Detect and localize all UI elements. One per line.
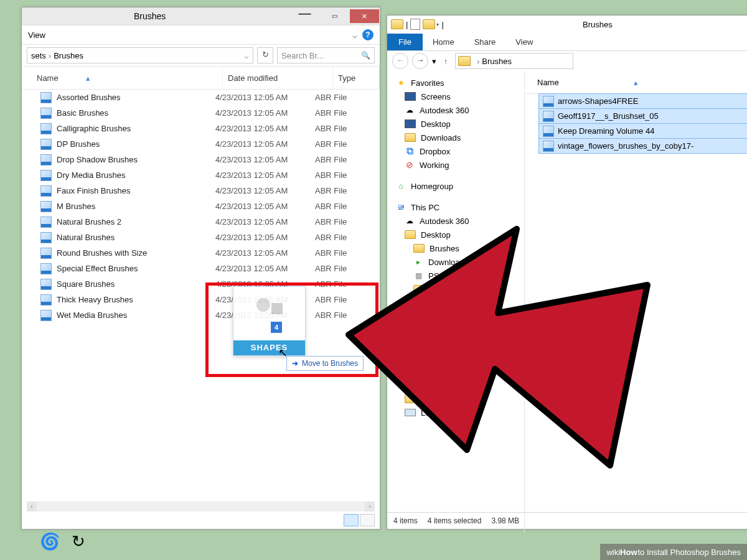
sidebar-item[interactable] — [387, 310, 524, 324]
sidebar-item-dow[interactable]: Dow... — [387, 351, 524, 365]
sidebar-item-downloads[interactable]: Downloads — [387, 131, 524, 144]
table-row[interactable]: Calligraphic Brushes4/23/2013 12:05 AMAB… — [22, 121, 380, 136]
new-file-icon[interactable] — [410, 19, 420, 30]
sidebar-item-working[interactable]: ⊘Working — [387, 158, 524, 172]
home-tab[interactable]: Home — [423, 34, 464, 50]
breadcrumb[interactable]: sets › Brushes ⌵ — [27, 47, 253, 63]
scroll-right-icon[interactable]: › — [365, 502, 375, 511]
sidebar-item[interactable] — [387, 337, 524, 351]
folder-icon — [413, 244, 425, 253]
file-type: ABR File — [315, 139, 347, 149]
titlebar[interactable]: Brushes — ▭ × — [22, 7, 380, 25]
sidebar-homegroup[interactable]: ⌂Homegroup — [387, 179, 524, 193]
file-name: Drop Shadow Brushes — [57, 155, 215, 164]
file-type: ABR File — [315, 124, 347, 133]
breadcrumb-current[interactable]: Brushes — [482, 57, 512, 66]
divider: | — [441, 20, 443, 29]
minimize-button[interactable]: — — [290, 9, 319, 23]
drag-count-badge: 4 — [270, 320, 283, 334]
scroll-left-icon[interactable]: ‹ — [27, 502, 37, 511]
file-list: arrows-Shapes4FREEGeoff1917__s_Brushset_… — [525, 93, 747, 154]
column-name[interactable]: Name▴ — [537, 78, 687, 87]
chevron-down-icon[interactable]: ▾ — [436, 22, 439, 27]
status-size: 3.98 MB — [491, 516, 519, 525]
sidebar-favorites[interactable]: ★Favorites — [387, 76, 524, 90]
view-mode-buttons — [344, 514, 375, 526]
chevron-down-icon[interactable]: ▾ — [432, 57, 436, 66]
refresh-button[interactable]: ↻ — [257, 47, 273, 63]
table-row[interactable]: DP Brushes4/23/2013 12:05 AMABR File — [22, 136, 380, 152]
column-name[interactable]: Name▴ — [22, 67, 223, 89]
file-type: ABR File — [315, 108, 347, 118]
folder-icon — [405, 353, 416, 362]
file-tab[interactable]: File — [387, 34, 423, 50]
breadcrumb-current[interactable]: Brushes — [54, 51, 83, 60]
sidebar-item-downloads[interactable]: ▸Downloads — [387, 255, 524, 269]
close-button[interactable]: × — [350, 9, 379, 23]
search-input[interactable]: Search Br... 🔍 — [277, 47, 375, 63]
table-row[interactable]: vintage_flowers_brushes_by_coby17- — [538, 138, 747, 154]
sidebar-thispc[interactable]: 🖳This PC — [387, 200, 524, 214]
table-row[interactable]: Basic Brushes4/23/2013 12:05 AMABR File — [22, 105, 380, 121]
abr-file-icon — [40, 232, 52, 243]
up-button[interactable]: ↑ — [440, 57, 451, 66]
table-row[interactable]: M Brushes4/23/2013 12:05 AMABR File — [22, 198, 380, 214]
column-date[interactable]: Date modified — [223, 67, 333, 89]
sidebar-item-desktop[interactable]: Desktop — [387, 117, 524, 131]
folder-icon — [413, 299, 425, 307]
back-button[interactable]: ← — [392, 53, 408, 69]
sidebar-item[interactable] — [387, 296, 524, 310]
breadcrumb-parent[interactable]: sets — [31, 51, 46, 60]
maximize-button[interactable]: ▭ — [320, 9, 349, 23]
table-row[interactable]: arrows-Shapes4FREE — [538, 93, 747, 109]
sidebar-item-dropbox[interactable]: ⧉Dropbox — [387, 144, 524, 158]
file-name: M Brushes — [57, 202, 215, 211]
table-row[interactable]: Round Brushes with Size4/23/2013 12:05 A… — [22, 245, 380, 261]
file-name: Keep Dreaming Volume 44 — [558, 126, 654, 136]
file-type: ABR File — [315, 170, 347, 180]
help-icon[interactable]: ? — [362, 29, 374, 40]
taskbar-app-icon[interactable]: ↻ — [66, 530, 91, 553]
table-row[interactable]: Keep Dreaming Volume 44 — [538, 123, 747, 139]
sidebar-item-pictures[interactable]: Pictures — [387, 378, 524, 392]
sidebar-item-desktop[interactable]: Desktop — [387, 228, 524, 241]
table-row[interactable]: Assorted Brushes4/23/2013 12:05 AMABR Fi… — [22, 90, 380, 105]
forward-button[interactable]: → — [412, 53, 428, 69]
file-name: Special Effect Brushes — [57, 264, 215, 273]
status-selected-count: 4 items selected — [428, 516, 482, 525]
sidebar-item-autodesk[interactable]: ☁Autodesk 360 — [387, 214, 524, 228]
search-placeholder: Search Br... — [281, 51, 324, 60]
column-type[interactable]: Type — [333, 67, 380, 89]
titlebar[interactable]: | ▾ | Brushes — [387, 16, 747, 33]
sidebar-item[interactable] — [387, 282, 524, 296]
chevron-down-icon[interactable]: ⌵ — [244, 51, 249, 60]
table-row[interactable]: Drop Shadow Brushes4/23/2013 12:05 AMABR… — [22, 152, 380, 167]
horizontal-scrollbar[interactable]: ‹ › — [27, 502, 375, 511]
sidebar-item-brushes[interactable]: Brushes — [387, 241, 524, 255]
table-row[interactable]: Special Effect Brushes4/23/2013 12:05 AM… — [22, 261, 380, 276]
details-view-button[interactable] — [344, 514, 359, 526]
table-row[interactable]: Faux Finish Brushes4/23/2013 12:05 AMABR… — [22, 183, 380, 198]
sidebar-item[interactable] — [387, 324, 524, 337]
sidebar-item-videos[interactable]: Videos — [387, 392, 524, 406]
share-tab[interactable]: Share — [464, 34, 506, 50]
abr-file-icon — [40, 217, 52, 228]
table-row[interactable]: Geoff1917__s_Brushset_05 — [538, 108, 747, 124]
view-tab[interactable]: View — [28, 30, 45, 40]
sidebar-item-localdisk[interactable]: Local Disk (C:) — [387, 406, 524, 419]
chevron-down-icon[interactable]: ⌵ — [352, 30, 357, 40]
ribbon-collapse: View ⌵ ? — [22, 25, 380, 45]
sidebar-item-autodesk[interactable]: ☁Autodesk 360 — [387, 103, 524, 117]
sidebar-item-ps[interactable]: ▦PS — [387, 269, 524, 282]
table-row[interactable]: Dry Media Brushes4/23/2013 12:05 AMABR F… — [22, 167, 380, 183]
sidebar-item-music[interactable]: Music — [387, 365, 524, 378]
view-tab[interactable]: View — [505, 34, 543, 50]
large-icons-view-button[interactable] — [360, 514, 375, 526]
breadcrumb[interactable]: › Brushes — [455, 53, 573, 69]
table-row[interactable]: Natural Brushes4/23/2013 12:05 AMABR Fil… — [22, 230, 380, 245]
folder-icon[interactable] — [391, 19, 403, 29]
sidebar-item-screens[interactable]: Screens — [387, 90, 524, 103]
taskbar-app-icon[interactable]: 🌀 — [37, 530, 62, 553]
folder-icon[interactable] — [423, 19, 435, 29]
table-row[interactable]: Natural Brushes 24/23/2013 12:05 AMABR F… — [22, 214, 380, 230]
